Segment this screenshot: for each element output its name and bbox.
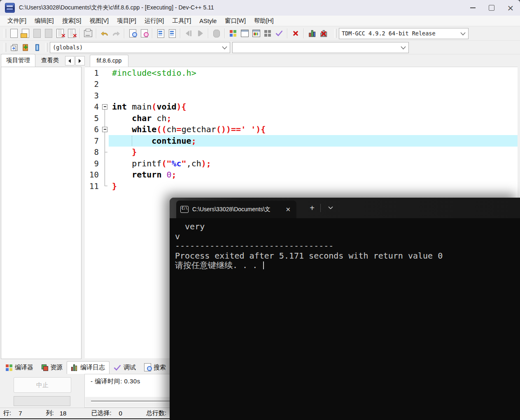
fold-gutter <box>101 67 109 79</box>
status-total-label: 总行数: <box>146 409 166 417</box>
code-line[interactable]: 8 } <box>85 147 518 158</box>
rebuild-chart-x-icon <box>320 30 327 37</box>
maximize-button[interactable] <box>482 0 501 16</box>
project-options-icon <box>252 30 260 37</box>
file-tab[interactable]: fif.8.6.cpp <box>90 55 129 67</box>
terminal-tab-close-icon[interactable]: ✕ <box>284 206 292 213</box>
minimize-icon <box>470 7 476 8</box>
run-button[interactable] <box>306 28 318 39</box>
menu-project[interactable]: 项目[P] <box>113 16 140 26</box>
save-button[interactable] <box>31 28 43 39</box>
tab-class-browser[interactable]: 查看类 <box>36 54 64 67</box>
tab-scroll-right-button[interactable] <box>75 56 85 65</box>
find-button[interactable] <box>127 28 138 39</box>
code-line[interactable]: 5 char ch; <box>85 112 518 124</box>
minimize-button[interactable] <box>463 0 482 16</box>
compiler-profile-select[interactable]: TDM-GCC 4.9.2 64-bit Release <box>339 28 469 39</box>
open-project-button[interactable] <box>239 28 250 39</box>
separator <box>320 204 321 212</box>
abort-button[interactable]: 中止 <box>14 377 71 393</box>
globals-select[interactable]: (globals) <box>50 42 230 53</box>
redo-button[interactable] <box>110 28 122 39</box>
line-number: 4 <box>85 102 101 111</box>
compile-check-icon <box>275 30 283 36</box>
menu-help[interactable]: 帮助[H] <box>250 16 278 26</box>
terminal-tab-title: C:\Users\33028\Documents\文 <box>192 206 280 213</box>
terminal-tab[interactable]: C:\ C:\Users\33028\Documents\文 ✕ <box>176 201 296 218</box>
status-col-value: 18 <box>60 410 67 417</box>
menu-astyle[interactable]: AStyle <box>195 17 221 25</box>
goto-function-button[interactable] <box>155 28 166 39</box>
new-file-button[interactable] <box>8 28 20 39</box>
toolbar-gripper <box>45 43 48 52</box>
code-line[interactable]: 4int main(void){ <box>85 101 518 113</box>
menu-tools[interactable]: 工具[T] <box>168 16 195 26</box>
new-project-button[interactable] <box>227 28 239 39</box>
terminal-tab-dropdown-button[interactable] <box>325 203 336 213</box>
compile-button[interactable] <box>273 28 285 39</box>
replace-button[interactable] <box>138 28 150 39</box>
menu-file[interactable]: 文件[F] <box>3 16 30 26</box>
add-watch-button[interactable] <box>20 42 31 53</box>
code-line[interactable]: 11} <box>85 180 518 192</box>
tab-debug[interactable]: 调试 <box>110 362 140 374</box>
menu-search[interactable]: 搜索[S] <box>58 16 86 26</box>
back-button[interactable] <box>183 28 194 39</box>
terminal-window[interactable]: C:\ C:\Users\33028\Documents\文 ✕ + veryv… <box>170 198 520 420</box>
code-text <box>109 90 518 101</box>
goto-line-button[interactable] <box>166 28 178 39</box>
close-all-button[interactable] <box>66 28 77 39</box>
fold-toggle-icon[interactable] <box>101 101 109 113</box>
forward-button[interactable] <box>194 28 206 39</box>
code-line[interactable]: 7 continue; <box>85 135 518 147</box>
menu-window[interactable]: 窗口[W] <box>221 16 250 26</box>
line-number: 5 <box>85 114 101 123</box>
code-line[interactable]: 3 <box>85 90 518 101</box>
tab-compile-log[interactable]: 编译日志 <box>67 361 110 374</box>
code-line[interactable]: 2 <box>85 79 518 90</box>
menu-edit[interactable]: 编辑[E] <box>30 16 58 26</box>
terminal-output[interactable]: veryv--------------------------------Pro… <box>170 218 520 420</box>
undo-button[interactable] <box>99 28 110 39</box>
window-title: C:\Users\33028\Documents\文件夹\c\fif.8.6.c… <box>19 4 214 12</box>
abort-compile-button[interactable] <box>290 28 301 39</box>
tab-search-results[interactable]: 搜索 <box>140 361 170 374</box>
tab-project-manager[interactable]: 项目管理 <box>1 54 35 67</box>
code-line[interactable]: 9 printf("%c",ch); <box>85 158 518 169</box>
save-all-button[interactable] <box>43 28 54 39</box>
print-button[interactable] <box>82 28 94 39</box>
close-all-icon <box>68 29 75 38</box>
code-line[interactable]: 10 return 0; <box>85 169 518 181</box>
goto-declaration-button[interactable] <box>8 42 20 53</box>
code-text: char ch; <box>109 112 518 124</box>
terminal-new-tab-button[interactable]: + <box>307 203 317 213</box>
close-project-button[interactable] <box>262 28 273 39</box>
fold-toggle-icon[interactable] <box>101 124 109 135</box>
toolbar-gripper <box>4 43 6 52</box>
terminal-line: very <box>175 222 520 232</box>
menu-view[interactable]: 视图[V] <box>85 16 113 26</box>
bookmark-icon <box>33 44 41 51</box>
tab-resources[interactable]: 资源 <box>37 362 67 374</box>
tab-compiler[interactable]: 编译器 <box>2 362 37 374</box>
fold-gutter <box>101 169 109 181</box>
members-select[interactable] <box>232 42 409 53</box>
bookmark-button[interactable] <box>31 42 43 53</box>
code-line[interactable]: 1#include<stdio.h> <box>85 67 518 79</box>
title-bar[interactable]: C:\Users\33028\Documents\文件夹\c\fif.8.6.c… <box>0 0 520 16</box>
project-browser-panel[interactable] <box>1 67 82 359</box>
close-button[interactable]: × <box>501 0 520 16</box>
project-options-button[interactable] <box>250 28 262 39</box>
open-file-button[interactable] <box>20 28 31 39</box>
line-number: 6 <box>85 125 101 134</box>
separator <box>96 28 97 38</box>
rebuild-button[interactable] <box>318 28 329 39</box>
goto-line-icon <box>169 29 176 38</box>
close-file-button[interactable] <box>54 28 66 39</box>
comment-button[interactable] <box>211 28 222 39</box>
save-all-icon <box>45 29 52 38</box>
line-number: 2 <box>85 79 101 89</box>
menu-run[interactable]: 运行[R] <box>140 16 168 26</box>
code-line[interactable]: 6 while((ch=getchar())==' '){ <box>85 124 518 135</box>
tab-scroll-left-button[interactable] <box>65 56 75 65</box>
